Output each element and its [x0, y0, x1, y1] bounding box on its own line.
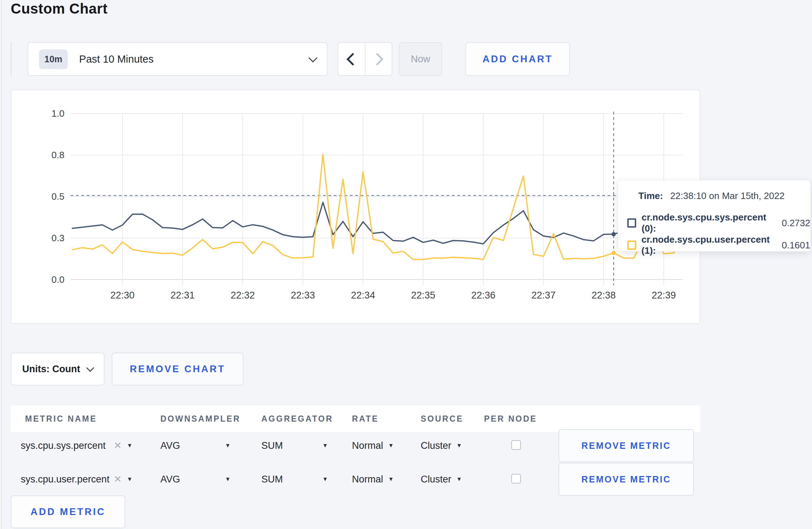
tooltip-time-label: Time: — [638, 190, 663, 201]
toolbar-divider — [11, 42, 11, 76]
time-range-label: Past 10 Minutes — [79, 53, 154, 65]
time-nav-group — [338, 42, 392, 76]
remove-chart-button[interactable]: REMOVE CHART — [112, 353, 243, 385]
metric-name-dropdown-value: sys.cpu.sys.percent — [21, 440, 106, 451]
user-series-swatch-icon — [627, 241, 636, 250]
metric-name-dropdown[interactable]: sys.cpu.sys.percent✕▼ — [21, 429, 132, 462]
svg-text:22:37: 22:37 — [531, 290, 556, 301]
chevron-down-icon — [308, 53, 317, 62]
svg-text:22:31: 22:31 — [170, 290, 195, 301]
source-dropdown-value: Cluster — [421, 440, 451, 451]
downsampler-dropdown-value: AVG — [160, 474, 180, 485]
cpu-percent-chart[interactable]: 0.00.30.50.81.022:3022:3122:3222:3322:34… — [11, 90, 700, 323]
svg-text:22:34: 22:34 — [351, 290, 375, 301]
tooltip-time-value: 22:38:10 on Mar 15th, 2022 — [670, 190, 784, 201]
chart-card: 0.00.30.50.81.022:3022:3122:3222:3322:34… — [11, 89, 700, 324]
remove-metric-button[interactable]: REMOVE METRIC — [559, 429, 694, 462]
dropdown-caret-icon: ▼ — [388, 442, 394, 449]
downsampler-dropdown[interactable]: AVG▼ — [160, 463, 231, 496]
metric-name-dropdown[interactable]: sys.cpu.user.percent✕▼ — [21, 463, 132, 496]
svg-text:0.0: 0.0 — [52, 274, 64, 285]
col-metric-name: METRIC NAME — [25, 414, 97, 424]
rate-dropdown[interactable]: Normal▼ — [352, 463, 394, 496]
dropdown-caret-icon: ▼ — [456, 476, 462, 482]
aggregator-dropdown-value: SUM — [261, 474, 283, 485]
col-source: SOURCE — [421, 414, 463, 424]
col-aggregator: AGGREGATOR — [261, 414, 333, 424]
time-range-select[interactable]: 10m Past 10 Minutes — [28, 42, 328, 76]
rate-dropdown[interactable]: Normal▼ — [352, 429, 394, 462]
metric-row: sys.cpu.sys.percent✕▼AVG▼SUM▼Normal▼Clus… — [11, 429, 700, 462]
col-downsampler: DOWNSAMPLER — [160, 414, 241, 424]
chevron-down-icon — [86, 364, 95, 372]
source-dropdown-value: Cluster — [421, 474, 451, 485]
dropdown-caret-icon: ▼ — [127, 442, 132, 449]
tooltip-series-value: 0.1601 — [782, 240, 810, 251]
svg-text:22:30: 22:30 — [110, 290, 135, 301]
chart-tooltip: Time:22:38:10 on Mar 15th, 2022 cr.node.… — [618, 180, 811, 252]
tooltip-series-row: cr.node.sys.cpu.sys.percent (0): 0.2732 — [627, 212, 810, 234]
per-node-checkbox[interactable] — [511, 474, 521, 484]
tooltip-series-name: cr.node.sys.cpu.sys.percent (0): — [642, 212, 775, 234]
add-metric-button[interactable]: ADD METRIC — [11, 495, 125, 528]
add-chart-button[interactable]: ADD CHART — [465, 42, 570, 76]
dropdown-caret-icon: ▼ — [225, 442, 231, 449]
svg-text:22:35: 22:35 — [411, 290, 435, 301]
svg-text:1.0: 1.0 — [52, 108, 64, 119]
svg-text:0.5: 0.5 — [52, 191, 64, 202]
dropdown-caret-icon: ▼ — [456, 442, 462, 449]
clear-metric-icon[interactable]: ✕ — [114, 440, 122, 451]
source-dropdown[interactable]: Cluster▼ — [421, 429, 462, 462]
rate-dropdown-value: Normal — [352, 474, 383, 485]
chevron-left-icon — [347, 53, 359, 65]
per-node-checkbox[interactable] — [511, 440, 521, 450]
downsampler-dropdown[interactable]: AVG▼ — [160, 429, 231, 462]
metrics-table-header: METRIC NAME DOWNSAMPLER AGGREGATOR RATE … — [11, 406, 700, 432]
svg-text:22:32: 22:32 — [231, 290, 255, 301]
prev-time-button[interactable] — [338, 43, 366, 75]
dropdown-caret-icon: ▼ — [388, 476, 394, 482]
svg-text:0.3: 0.3 — [52, 233, 64, 243]
dropdown-caret-icon: ▼ — [322, 442, 328, 449]
col-rate: RATE — [352, 414, 379, 424]
aggregator-dropdown-value: SUM — [261, 440, 283, 451]
tooltip-series-name: cr.node.sys.cpu.user.percent (1): — [642, 234, 775, 256]
units-label: Units: Count — [22, 364, 80, 375]
sys-series-swatch-icon — [627, 218, 636, 228]
clear-metric-icon[interactable]: ✕ — [114, 474, 122, 485]
aggregator-dropdown[interactable]: SUM▼ — [261, 463, 328, 496]
svg-text:22:33: 22:33 — [291, 290, 315, 301]
time-range-badge: 10m — [39, 49, 68, 69]
chevron-right-icon — [371, 53, 383, 65]
aggregator-dropdown[interactable]: SUM▼ — [261, 429, 328, 462]
downsampler-dropdown-value: AVG — [160, 440, 180, 451]
units-select[interactable]: Units: Count — [11, 353, 105, 385]
svg-text:22:39: 22:39 — [652, 290, 676, 301]
tooltip-series-row: cr.node.sys.cpu.user.percent (1): 0.1601 — [627, 234, 810, 256]
svg-text:0.8: 0.8 — [52, 150, 64, 160]
svg-text:22:38: 22:38 — [591, 290, 616, 301]
metric-row: sys.cpu.user.percent✕▼AVG▼SUM▼Normal▼Clu… — [11, 463, 700, 496]
remove-metric-button[interactable]: REMOVE METRIC — [559, 463, 694, 496]
content-left-border — [1, 0, 2, 529]
metric-name-dropdown-value: sys.cpu.user.percent — [21, 474, 110, 485]
dropdown-caret-icon: ▼ — [225, 476, 231, 482]
tooltip-time: Time:22:38:10 on Mar 15th, 2022 — [638, 190, 784, 202]
dropdown-caret-icon: ▼ — [127, 476, 132, 482]
page-title: Custom Chart — [11, 1, 107, 17]
rate-dropdown-value: Normal — [352, 440, 383, 451]
now-button[interactable]: Now — [399, 42, 442, 76]
tooltip-series-value: 0.2732 — [782, 218, 810, 229]
svg-text:22:36: 22:36 — [471, 290, 496, 301]
next-time-button[interactable] — [366, 43, 392, 75]
source-dropdown[interactable]: Cluster▼ — [421, 463, 462, 496]
dropdown-caret-icon: ▼ — [322, 476, 328, 482]
col-per-node: PER NODE — [484, 414, 537, 424]
